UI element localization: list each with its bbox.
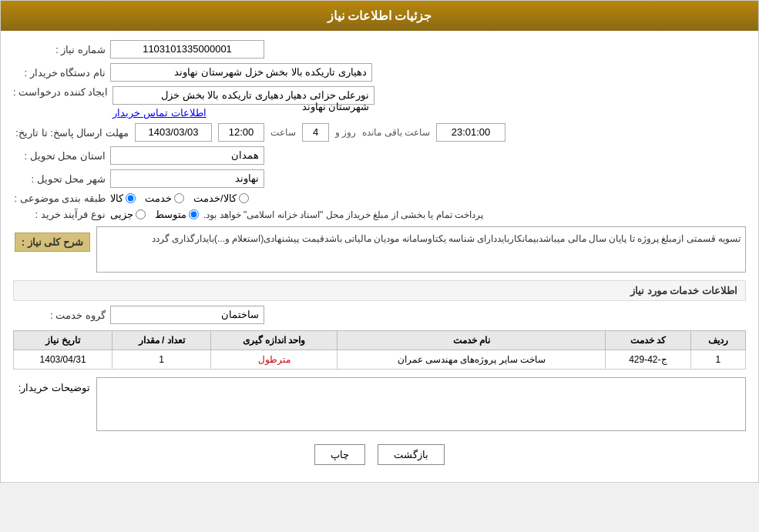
nam-dastgah-value: دهیاری تاریکده بالا بخش خزل شهرستان نهاو…	[110, 63, 372, 82]
cell-kod: ج-42-429	[606, 350, 690, 370]
baghimande-value: 23:01:00	[436, 123, 505, 142]
radio-kala[interactable]: کالا	[110, 192, 136, 204]
noe-farayand-group: متوسط جزیی	[110, 209, 199, 220]
saat-value: 12:00	[218, 123, 264, 142]
shomare-niaz-value: 1103101335000001	[110, 40, 264, 59]
col-radif: ردیف	[690, 331, 745, 350]
baghimande-label: ساعت باقی مانده	[362, 127, 430, 138]
cell-nam: ساخت سایر پروژه‌های مهندسی عمران	[338, 350, 606, 370]
table-row: 1 ج-42-429 ساخت سایر پروژه‌های مهندسی عم…	[14, 350, 746, 370]
col-tedad: تعداد / مقدار	[113, 331, 211, 350]
ostan-value: همدان	[110, 146, 264, 165]
grohe-khadamat-label: گروه خدمت :	[13, 309, 106, 321]
cell-radif: 1	[690, 350, 745, 370]
date-value: 1403/03/03	[135, 123, 212, 142]
col-kod: کد خدمت	[606, 331, 690, 350]
ettelaat-tamas-link[interactable]: اطلاعات تماس خریدار	[113, 107, 206, 119]
tosifat-textarea[interactable]	[96, 377, 746, 431]
radio-motevaset[interactable]: متوسط	[155, 209, 199, 220]
noeFarayand-note: پرداخت تمام یا بخشی از مبلغ خریداز محل "…	[203, 209, 483, 220]
ijad-konande-value: نورعلی حزائی دهیار دهیاری تاریکده بالا ب…	[113, 86, 374, 105]
col-nam: نام خدمت	[338, 331, 606, 350]
shahr-label: شهر محل تحویل :	[13, 173, 106, 185]
page-title: جزئیات اطلاعات نیاز	[327, 9, 432, 22]
roz-value: 4	[302, 123, 329, 142]
tosifat-label: توضیحات خریدار:	[18, 382, 90, 393]
tarif-bandi-group: کالا/خدمت خدمت کالا	[110, 192, 249, 204]
services-table: ردیف کد خدمت نام خدمت واحد اندازه گیری ت…	[13, 330, 746, 370]
sharh-koli-label: شرح کلی نیاز :	[15, 233, 90, 252]
print-button[interactable]: چاپ	[314, 444, 365, 465]
nam-dastgah-label: نام دستگاه خریدار :	[13, 67, 106, 79]
noe-farayand-label: نوع فرآیند خرید :	[13, 209, 106, 220]
cell-tarikh: 1403/04/31	[14, 350, 113, 370]
roz-label: روز و	[335, 127, 356, 138]
page-header: جزئیات اطلاعات نیاز	[1, 1, 758, 31]
mohlat-label: مهلت ارسال پاسخ: تا تاریخ:	[13, 127, 129, 139]
radio-khadamat[interactable]: خدمت	[145, 192, 184, 204]
sharh-koli-value: تسویه قسمتی ازمبلغ پروژه تا پایان سال ما…	[96, 226, 746, 273]
cell-vahed: مترطول	[211, 350, 338, 370]
tarif-label: طبقه بندی موضوعی :	[13, 192, 106, 204]
services-section-title: اطلاعات خدمات مورد نیاز	[13, 280, 746, 301]
radio-jozi[interactable]: جزیی	[110, 209, 146, 220]
ostan-label: استان محل تحویل :	[13, 150, 106, 162]
grohe-khadamat-value: ساختمان	[110, 306, 264, 324]
shomare-niaz-label: شماره نیاز :	[13, 44, 106, 55]
saat-label: ساعت	[270, 127, 296, 138]
ijad-konande-label: ایجاد کننده درخواست :	[13, 86, 108, 98]
cell-tedad: 1	[113, 350, 211, 370]
radio-kala-khadamat[interactable]: کالا/خدمت	[193, 192, 249, 204]
button-row: بازگشت چاپ	[13, 444, 746, 465]
col-tarikh: تاریخ نیاز	[14, 331, 113, 350]
shahr-value: نهاوند	[110, 169, 264, 188]
col-vahed: واحد اندازه گیری	[211, 331, 338, 350]
back-button[interactable]: بازگشت	[378, 444, 445, 465]
